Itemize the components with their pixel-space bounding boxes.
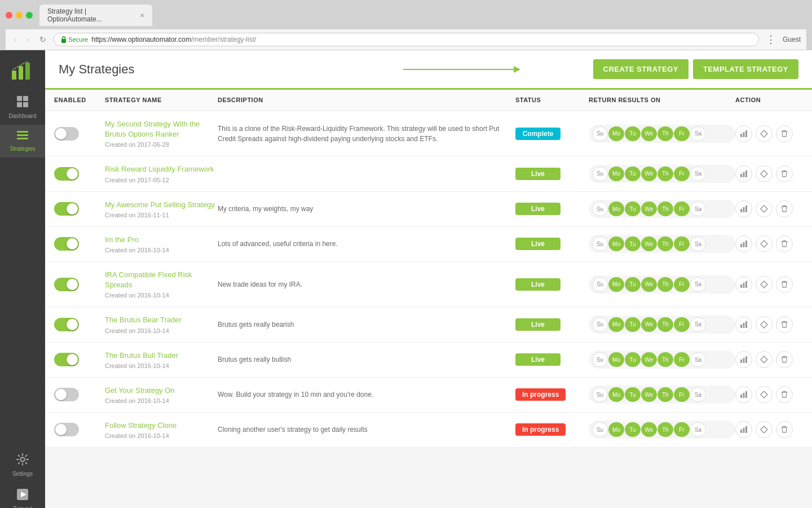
chart-button-6[interactable] xyxy=(735,351,752,368)
strategy-toggle-4[interactable] xyxy=(54,278,79,291)
day-btn-fr-2[interactable]: Fr xyxy=(674,202,690,216)
day-btn-tu-6[interactable]: Tu xyxy=(625,352,641,367)
settings-button-8[interactable] xyxy=(756,421,773,438)
delete-button-3[interactable] xyxy=(776,235,793,252)
day-btn-tu-4[interactable]: Tu xyxy=(625,277,641,292)
day-btn-sa-1[interactable]: Sa xyxy=(690,167,706,181)
strategy-toggle-5[interactable] xyxy=(54,318,79,331)
day-btn-th-0[interactable]: Th xyxy=(657,126,673,141)
delete-button-4[interactable] xyxy=(776,276,793,293)
day-btn-mo-3[interactable]: Mo xyxy=(608,237,624,251)
day-btn-tu-3[interactable]: Tu xyxy=(625,237,641,251)
chart-button-0[interactable] xyxy=(735,125,752,142)
strategy-name-7[interactable]: Get Your Strategy On xyxy=(105,386,218,396)
day-btn-we-4[interactable]: We xyxy=(641,277,657,292)
delete-button-2[interactable] xyxy=(776,200,793,217)
settings-button-2[interactable] xyxy=(756,200,773,217)
day-btn-th-6[interactable]: Th xyxy=(657,352,673,367)
strategy-name-5[interactable]: The Brutus Bear Trader xyxy=(105,315,218,325)
day-btn-su-3[interactable]: Su xyxy=(592,237,608,251)
strategy-name-0[interactable]: My Second Strategy With the Brutus Optio… xyxy=(105,119,218,139)
create-strategy-button[interactable]: CREATE STRATEGY xyxy=(593,59,689,79)
day-btn-tu-2[interactable]: Tu xyxy=(625,202,641,216)
day-btn-th-3[interactable]: Th xyxy=(657,237,673,251)
day-btn-mo-2[interactable]: Mo xyxy=(608,202,624,216)
day-btn-th-7[interactable]: Th xyxy=(657,387,673,402)
day-btn-fr-7[interactable]: Fr xyxy=(674,387,690,402)
strategy-name-3[interactable]: Im the Pro xyxy=(105,235,218,245)
strategy-toggle-1[interactable] xyxy=(54,167,79,181)
strategy-name-1[interactable]: Risk Reward Liquidity Framework xyxy=(105,164,218,174)
day-btn-mo-0[interactable]: Mo xyxy=(608,126,624,141)
day-btn-tu-1[interactable]: Tu xyxy=(625,167,641,181)
strategy-toggle-3[interactable] xyxy=(54,237,79,251)
day-btn-fr-5[interactable]: Fr xyxy=(674,317,690,332)
day-btn-fr-0[interactable]: Fr xyxy=(674,126,690,141)
day-btn-we-3[interactable]: We xyxy=(641,237,657,251)
browser-dot-minimize[interactable] xyxy=(16,12,23,19)
settings-button-6[interactable] xyxy=(756,351,773,368)
day-btn-sa-5[interactable]: Sa xyxy=(690,317,706,332)
delete-button-7[interactable] xyxy=(776,386,793,403)
day-btn-fr-4[interactable]: Fr xyxy=(674,277,690,292)
day-btn-sa-3[interactable]: Sa xyxy=(690,237,706,251)
strategy-toggle-0[interactable] xyxy=(54,127,79,141)
address-bar[interactable]: Secure https://www.optionautomator.com/m… xyxy=(54,33,759,46)
day-btn-fr-6[interactable]: Fr xyxy=(674,352,690,367)
template-strategy-button[interactable]: TEMPLATE STRATEGY xyxy=(693,59,798,79)
strategy-name-2[interactable]: My Awesome Put Selling Strategy xyxy=(105,200,218,210)
day-btn-fr-8[interactable]: Fr xyxy=(674,422,690,437)
day-btn-we-6[interactable]: We xyxy=(641,352,657,367)
day-btn-tu-8[interactable]: Tu xyxy=(625,422,641,437)
day-btn-fr-1[interactable]: Fr xyxy=(674,167,690,181)
day-btn-we-7[interactable]: We xyxy=(641,387,657,402)
day-btn-mo-4[interactable]: Mo xyxy=(608,277,624,292)
day-btn-th-1[interactable]: Th xyxy=(657,167,673,181)
day-btn-th-2[interactable]: Th xyxy=(657,202,673,216)
day-btn-sa-8[interactable]: Sa xyxy=(690,422,706,437)
sidebar-item-settings[interactable]: Settings xyxy=(0,448,45,483)
day-btn-su-4[interactable]: Su xyxy=(592,277,608,292)
chart-button-4[interactable] xyxy=(735,276,752,293)
day-btn-mo-1[interactable]: Mo xyxy=(608,167,624,181)
day-btn-sa-2[interactable]: Sa xyxy=(690,202,706,216)
delete-button-8[interactable] xyxy=(776,421,793,438)
sidebar-item-dashboard[interactable]: Dashboard xyxy=(0,90,45,125)
browser-dot-close[interactable] xyxy=(6,12,12,19)
delete-button-6[interactable] xyxy=(776,351,793,368)
browser-menu-btn[interactable]: ⋮ xyxy=(764,33,778,46)
day-btn-th-5[interactable]: Th xyxy=(657,317,673,332)
settings-button-3[interactable] xyxy=(756,235,773,252)
settings-button-4[interactable] xyxy=(756,276,773,293)
day-btn-su-6[interactable]: Su xyxy=(592,352,608,367)
browser-tab[interactable]: Strategy list | OptionAutomate... ✕ xyxy=(39,5,152,26)
day-btn-su-1[interactable]: Su xyxy=(592,167,608,181)
strategy-toggle-7[interactable] xyxy=(54,388,79,401)
day-btn-sa-4[interactable]: Sa xyxy=(690,277,706,292)
day-btn-we-8[interactable]: We xyxy=(641,422,657,437)
browser-tab-close[interactable]: ✕ xyxy=(140,12,144,19)
day-btn-mo-5[interactable]: Mo xyxy=(608,317,624,332)
day-btn-fr-3[interactable]: Fr xyxy=(674,237,690,251)
strategy-toggle-2[interactable] xyxy=(54,202,79,216)
day-btn-we-0[interactable]: We xyxy=(641,126,657,141)
day-btn-th-8[interactable]: Th xyxy=(657,422,673,437)
chart-button-7[interactable] xyxy=(735,386,752,403)
day-btn-we-5[interactable]: We xyxy=(641,317,657,332)
day-btn-mo-7[interactable]: Mo xyxy=(608,387,624,402)
browser-forward-btn[interactable]: › xyxy=(24,34,33,45)
delete-button-0[interactable] xyxy=(776,125,793,142)
delete-button-5[interactable] xyxy=(776,316,793,333)
day-btn-tu-0[interactable]: Tu xyxy=(625,126,641,141)
chart-button-1[interactable] xyxy=(735,165,752,182)
day-btn-tu-5[interactable]: Tu xyxy=(625,317,641,332)
day-btn-su-5[interactable]: Su xyxy=(592,317,608,332)
chart-button-2[interactable] xyxy=(735,200,752,217)
day-btn-su-8[interactable]: Su xyxy=(592,422,608,437)
settings-button-1[interactable] xyxy=(756,165,773,182)
strategy-name-6[interactable]: The Brutus Bull Trader xyxy=(105,351,218,361)
browser-dot-maximize[interactable] xyxy=(26,12,33,19)
day-btn-su-0[interactable]: Su xyxy=(592,126,608,141)
day-btn-we-2[interactable]: We xyxy=(641,202,657,216)
delete-button-1[interactable] xyxy=(776,165,793,182)
